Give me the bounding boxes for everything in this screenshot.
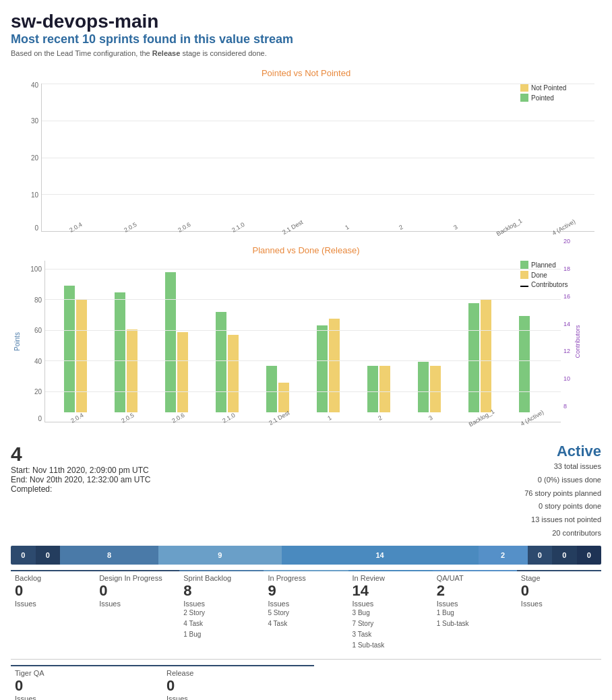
chart-pointed-vs-not-pointed: Pointed vs Not Pointed Not Pointed Point… [11, 68, 601, 232]
stage-bar-segment: 0 [36, 546, 61, 565]
stage-design: Design In Progress 0 Issues [95, 570, 179, 654]
stage-stage-title: Stage [521, 574, 597, 582]
total-issues: 33 total issues [524, 460, 601, 474]
stage-bar-segment: 0 [528, 546, 553, 565]
issues-done: 0 (0%) issues done [524, 474, 601, 487]
sprint-status: Active [524, 443, 601, 460]
pvd-yr8: 8 [563, 403, 567, 410]
chart1-bar-group: 2 [372, 222, 426, 231]
pvd-yr14: 14 [563, 321, 570, 327]
stage-in-progress-unit: Issues [268, 600, 344, 608]
legend-done-label: Done [531, 272, 547, 279]
issues-not-pointed: 13 issues not pointed [524, 513, 601, 527]
chart2-title: Planned vs Done (Release) [11, 245, 601, 255]
pvd-y20: 20 [34, 388, 42, 395]
stage-columns-row1: Backlog 0 Issues Design In Progress 0 Is… [11, 570, 601, 654]
contributors-line-chart [45, 261, 561, 422]
story-points-done: 0 story points done [524, 500, 601, 513]
sprint-stats: 33 total issues 0 (0%) issues done 76 st… [524, 460, 601, 540]
grid-line-1 [42, 121, 594, 121]
y-label-10: 10 [31, 191, 38, 199]
stage-qa: QA/UAT 2 Issues 1 Bug1 Sub-task [433, 570, 517, 654]
legend-contributors-line [520, 286, 528, 287]
bar-x-label: 4 (Active) [551, 218, 576, 236]
stage-stage-unit: Issues [521, 600, 597, 608]
legend-planned-label: Planned [531, 261, 556, 269]
stage-bar-segment: 8 [60, 546, 158, 565]
stage-sprint-backlog-value: 8 [183, 582, 259, 600]
stage-in-review-value: 14 [353, 582, 429, 600]
chart1-bar-group: 2.0.5 [101, 222, 155, 231]
stage-in-review-detail: 3 Bug7 Story3 Task1 Sub-task [353, 608, 429, 651]
note: Based on the Lead Time configuration, th… [11, 49, 601, 57]
note-bold: Release [152, 49, 181, 57]
chart2-legend: Planned Done Contributors [520, 261, 594, 290]
stage-release: Release 0 Issues [162, 665, 314, 700]
sprint-dates: Start: Nov 11th 2020, 2:09:00 pm UTC End… [11, 466, 150, 494]
sprint-left: 4 Start: Nov 11th 2020, 2:09:00 pm UTC E… [11, 443, 150, 494]
chart1-bar-group: Backlog_1 [481, 222, 534, 231]
chart1-bar-group: 3 [427, 222, 481, 231]
stage-qa-unit: Issues [437, 600, 513, 608]
pvd-yr10: 10 [563, 375, 570, 382]
pvd-y-axis-title: Points [13, 332, 21, 351]
story-points-planned: 76 story points planned [524, 487, 601, 501]
bar-x-label: Backlog_1 [495, 217, 523, 237]
y-label-40: 40 [31, 82, 38, 89]
legend-done-swatch [520, 271, 528, 279]
stage-backlog-value: 0 [15, 582, 91, 600]
sprint-completed: Completed: [11, 484, 150, 494]
bar-x-label: 2.0.4 [69, 221, 84, 234]
bar-x-label: 1 [344, 224, 350, 231]
legend-contributors-label: Contributors [531, 281, 568, 288]
chart1-bar-group: 1 [318, 222, 372, 231]
stage-tiger-qa-unit: Issues [15, 695, 158, 700]
pvd-yr20: 20 [563, 238, 570, 245]
stage-backlog-unit: Issues [15, 600, 91, 608]
stage-release-unit: Issues [166, 695, 310, 700]
stage-qa-detail: 1 Bug1 Sub-task [437, 608, 513, 629]
bar-x-label: 3 [452, 224, 458, 231]
chart1-bar-group: 2.0.4 [47, 222, 101, 231]
y-label-20: 20 [31, 154, 38, 162]
stage-in-review: In Review 14 Issues 3 Bug7 Story3 Task1 … [348, 570, 433, 654]
stage-bar-segment: 9 [158, 546, 282, 565]
stage-backlog-title: Backlog [15, 574, 91, 582]
sprint-number: 4 [11, 443, 150, 466]
stage-qa-value: 2 [437, 582, 513, 600]
stage-design-value: 0 [99, 582, 175, 600]
pvd-yr12: 12 [563, 348, 570, 354]
stage-in-progress-title: In Progress [268, 574, 344, 582]
bar-x-label: 2 [398, 224, 404, 231]
stage-tiger-qa-title: Tiger QA [15, 669, 158, 677]
stage-in-progress-value: 9 [268, 582, 344, 600]
sprint-right: Active 33 total issues 0 (0%) issues don… [524, 443, 601, 540]
stage-stage-value: 0 [521, 582, 597, 600]
chart-planned-vs-done: Planned vs Done (Release) Planned Done C… [11, 245, 601, 422]
stage-row2-spacer [314, 665, 601, 700]
page-title: sw-devops-main [11, 11, 601, 32]
subtitle: Most recent 10 sprints found in this val… [11, 32, 601, 46]
stage-sprint-backlog-title: Sprint Backlog [183, 574, 259, 582]
stage-tiger-qa: Tiger QA 0 Issues [11, 665, 162, 700]
chart1-bar-group: 4 (Active) [535, 222, 589, 231]
contributors-count: 20 contributors [524, 527, 601, 540]
pvd-yr16: 16 [563, 293, 570, 300]
stage-design-title: Design In Progress [99, 574, 175, 582]
chart1-bar-group: 2.1 Dest [264, 222, 318, 231]
bar-x-label: 2.1 Dest [281, 219, 304, 236]
stage-tiger-qa-value: 0 [15, 677, 158, 695]
stage-columns-row2: Tiger QA 0 Issues Release 0 Issues [11, 665, 601, 700]
pvd-right-axis-title: Contributors [574, 325, 581, 358]
stage-bar-segment: 14 [282, 546, 479, 565]
y-label-30: 30 [31, 117, 38, 125]
stage-sprint-backlog: Sprint Backlog 8 Issues 2 Story4 Task1 B… [179, 570, 264, 654]
y-label-0: 0 [34, 224, 38, 232]
stage-in-progress-detail: 5 Story4 Task [268, 608, 344, 629]
stage-divider [11, 659, 601, 660]
sprint-end: End: Nov 20th 2020, 12:32:00 am UTC [11, 475, 150, 484]
stage-sprint-backlog-unit: Issues [183, 600, 259, 608]
chart1-bar-group: 2.0.6 [156, 222, 210, 231]
stage-stage: Stage 0 Issues [517, 570, 601, 654]
pvd-y80: 80 [34, 296, 42, 303]
